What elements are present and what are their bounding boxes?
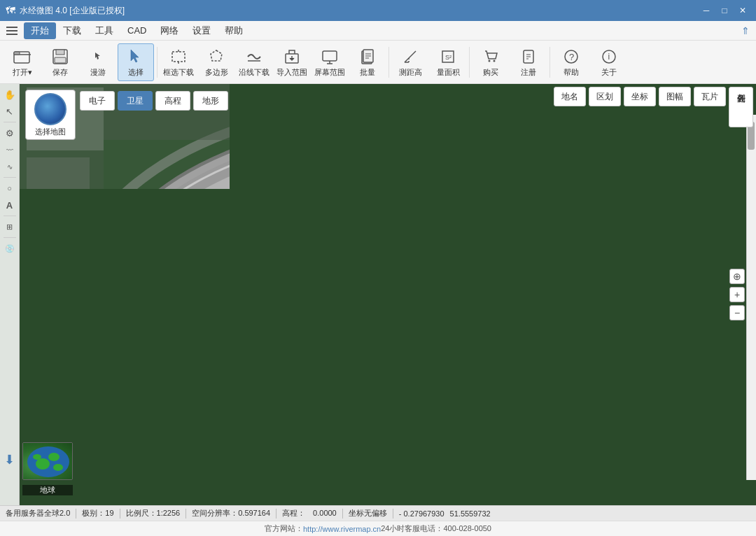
menu-download[interactable]: 下载 (56, 22, 88, 39)
menu-tools[interactable]: 工具 (88, 22, 120, 39)
left-sep-1 (4, 122, 16, 122)
menu-cad[interactable]: CAD (120, 23, 153, 38)
open-label: 打开▾ (13, 68, 32, 77)
select-map-label: 选择地图 (35, 127, 66, 137)
about-button[interactable]: i 关于 (591, 43, 627, 81)
svg-point-77 (48, 453, 59, 461)
left-select-button[interactable]: ↖ (2, 104, 18, 119)
globe-icon (34, 93, 66, 125)
left-text-button[interactable]: A (2, 197, 18, 213)
menu-settings[interactable]: 设置 (186, 22, 218, 39)
batch-label: 批量 (360, 68, 375, 77)
tab-elevation[interactable]: 高程 (155, 91, 190, 111)
left-grid-button[interactable]: ⊞ (2, 219, 18, 234)
footer-url[interactable]: http://www.rivermap.cn (303, 525, 381, 533)
register-button[interactable]: 注册 (510, 43, 547, 81)
register-label: 注册 (521, 68, 536, 77)
coord-offset-status: 坐标无偏移 (349, 508, 387, 519)
task-list-button[interactable]: 任务列表 (729, 87, 753, 127)
save-icon (50, 47, 70, 66)
region-button[interactable]: 区划 (589, 87, 621, 106)
tab-electronic[interactable]: 电子 (80, 91, 115, 111)
height-status: 高程： 0.0000 (282, 508, 337, 519)
browse-icon (88, 47, 108, 66)
status-sep-4 (276, 509, 276, 519)
scroll-track[interactable] (747, 115, 756, 480)
content-area: ✋ ↖ ⚙ 〰 ∿ ○ A ⊞ 💿 (0, 84, 756, 505)
svg-text:S²: S² (445, 54, 451, 61)
tab-terrain[interactable]: 地形 (193, 91, 228, 111)
menu-start[interactable]: 开始 (24, 22, 56, 39)
svg-rect-1 (14, 52, 20, 55)
left-toolbar: ✋ ↖ ⚙ 〰 ∿ ○ A ⊞ 💿 (0, 84, 20, 505)
select-icon (126, 47, 146, 66)
left-disk-button[interactable]: 💿 (2, 241, 18, 256)
coord-button[interactable]: 坐标 (624, 87, 656, 106)
right-scrollbar[interactable] (746, 115, 756, 480)
left-curve-button[interactable]: ∿ (2, 159, 18, 174)
map-area[interactable]: ✋ ↖ ⚙ 〰 ∿ ○ A ⊞ 💿 (0, 84, 756, 505)
minimize-button[interactable]: ─ (699, 4, 714, 17)
line-download-button[interactable]: 沿线下载 (236, 43, 272, 81)
left-pan-button[interactable]: ✋ (2, 87, 18, 102)
menu-toggle[interactable] (3, 23, 21, 38)
footer-prefix: 官方网站： (265, 523, 303, 534)
import-range-button[interactable]: 导入范围 (274, 43, 310, 81)
tab-satellite[interactable]: 卫星 (118, 91, 153, 111)
left-settings-button[interactable]: ⚙ (2, 125, 18, 141)
zoom-out-button[interactable]: − (729, 305, 745, 320)
menubar: 开始 下载 工具 CAD 网络 设置 帮助 ⇑ (0, 21, 756, 41)
zoom-in-button[interactable]: + (729, 287, 745, 302)
save-button[interactable]: 保存 (42, 43, 78, 81)
frame-button[interactable]: 图幅 (659, 87, 691, 106)
select-map-widget[interactable]: 选择地图 (25, 90, 76, 140)
titlebar: 🗺 水经微图 4.0 [企业版已授权] ─ □ ✕ (0, 0, 756, 21)
rect-select-button[interactable]: 框选下载 (160, 43, 197, 81)
scale-status: 比例尺：1:2256 (126, 508, 181, 519)
poly-select-button[interactable]: 多边形 (198, 43, 234, 81)
server-status: 备用服务器全球2.0 (6, 508, 70, 519)
svg-rect-4 (55, 57, 66, 63)
select-label: 选择 (128, 68, 144, 77)
left-sep-4 (4, 237, 16, 238)
register-icon (519, 47, 538, 66)
import-range-icon (282, 47, 302, 66)
measure-area-button[interactable]: S² 量面积 (430, 43, 466, 81)
earth-image (23, 443, 72, 479)
maximize-button[interactable]: □ (717, 4, 732, 17)
batch-button[interactable]: 批量 (349, 43, 386, 81)
left-circle-button[interactable]: ○ (2, 181, 18, 196)
measure-height-button[interactable]: 测距高 (392, 43, 428, 81)
level-status: 极别：19 (82, 508, 113, 519)
footerbar: 官方网站： http://www.rivermap.cn 24小时客服电话：40… (0, 521, 756, 536)
open-button[interactable]: 打开▾ (4, 43, 41, 81)
svg-point-78 (53, 464, 63, 471)
place-name-button[interactable]: 地名 (554, 87, 586, 106)
menu-network[interactable]: 网络 (153, 22, 186, 39)
status-sep-6 (393, 509, 393, 519)
status-sep-3 (186, 509, 186, 519)
buy-button[interactable]: 购买 (472, 43, 509, 81)
rect-select-icon (169, 47, 188, 66)
svg-rect-3 (56, 50, 64, 55)
app-icon: 🗺 (6, 5, 15, 16)
menu-expand-button[interactable]: ⇑ (738, 23, 753, 38)
select-button[interactable]: 选择 (118, 43, 154, 81)
line-download-label: 沿线下载 (239, 68, 270, 77)
svg-marker-8 (211, 50, 222, 61)
menu-help[interactable]: 帮助 (218, 22, 250, 39)
mini-map[interactable] (22, 442, 73, 480)
help-label: 帮助 (564, 68, 579, 77)
left-wave-button[interactable]: 〰 (2, 142, 18, 157)
zoom-cursor-button[interactable]: ⊕ (729, 269, 745, 284)
svg-text:i: i (608, 52, 610, 62)
browse-button[interactable]: 漫游 (80, 43, 116, 81)
close-button[interactable]: ✕ (735, 4, 750, 17)
tile-button[interactable]: 瓦片 (694, 87, 726, 106)
screen-range-button[interactable]: 屏幕范围 (312, 43, 348, 81)
about-icon: i (599, 47, 619, 66)
status-sep-5 (342, 509, 343, 519)
download-arrow[interactable]: ⬇ (4, 452, 17, 465)
help-button[interactable]: ? 帮助 (553, 43, 589, 81)
footer-suffix: 24小时客服电话：400-028-0050 (381, 523, 491, 534)
